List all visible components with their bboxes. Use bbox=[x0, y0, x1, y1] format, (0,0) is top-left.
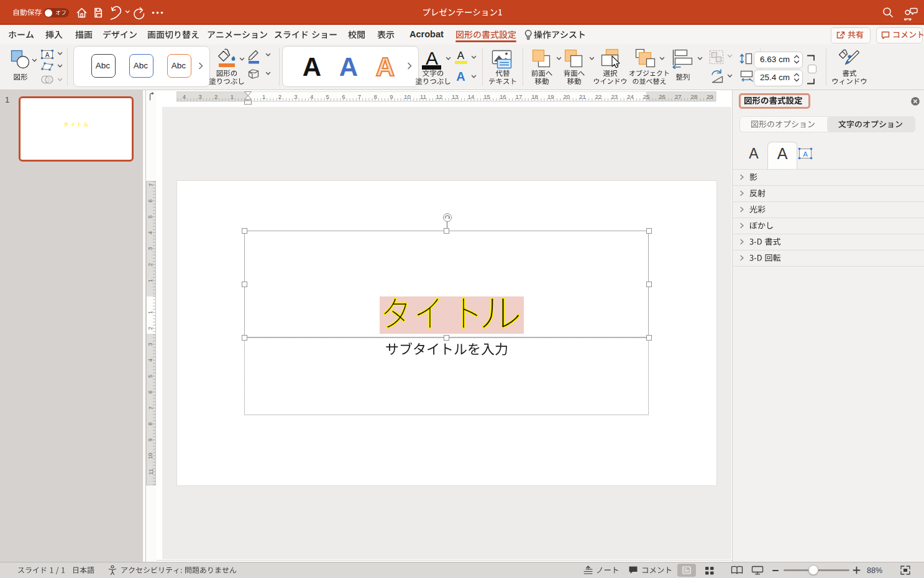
svg-text:7: 7 bbox=[148, 406, 154, 410]
svg-text:8: 8 bbox=[373, 93, 377, 100]
svg-text:24: 24 bbox=[627, 93, 634, 100]
svg-text:A: A bbox=[803, 150, 808, 158]
svg-text:3: 3 bbox=[148, 342, 154, 346]
svg-text:22: 22 bbox=[595, 93, 602, 100]
svg-text:23: 23 bbox=[611, 93, 618, 100]
svg-text:8: 8 bbox=[148, 423, 154, 426]
svg-text:3: 3 bbox=[148, 247, 154, 250]
svg-text:1: 1 bbox=[262, 93, 265, 100]
svg-text:6: 6 bbox=[148, 390, 154, 393]
svg-text:26: 26 bbox=[659, 93, 666, 100]
svg-text:13: 13 bbox=[452, 93, 459, 100]
svg-text:6: 6 bbox=[148, 200, 154, 203]
svg-text:14: 14 bbox=[468, 93, 475, 100]
svg-text:29: 29 bbox=[707, 93, 713, 100]
svg-text:4: 4 bbox=[148, 359, 154, 362]
svg-text:12: 12 bbox=[436, 93, 442, 100]
svg-text:1: 1 bbox=[148, 311, 154, 314]
svg-text:10: 10 bbox=[404, 93, 411, 100]
svg-text:5: 5 bbox=[326, 93, 329, 100]
svg-text:7: 7 bbox=[148, 183, 154, 186]
svg-text:1: 1 bbox=[148, 279, 154, 282]
svg-text:3: 3 bbox=[294, 93, 297, 100]
svg-text:17: 17 bbox=[516, 93, 523, 100]
svg-text:16: 16 bbox=[500, 93, 506, 100]
svg-text:20: 20 bbox=[564, 93, 570, 100]
svg-text:27: 27 bbox=[675, 93, 682, 100]
svg-text:4: 4 bbox=[183, 93, 186, 100]
svg-text:19: 19 bbox=[547, 93, 554, 100]
svg-text:15: 15 bbox=[483, 93, 490, 100]
svg-text:2: 2 bbox=[148, 327, 154, 330]
svg-text:11: 11 bbox=[148, 469, 154, 474]
svg-text:21: 21 bbox=[579, 93, 586, 100]
svg-text:2: 2 bbox=[278, 93, 281, 100]
svg-text:2: 2 bbox=[148, 263, 154, 266]
svg-text:5: 5 bbox=[148, 375, 154, 378]
svg-text:9: 9 bbox=[148, 438, 154, 441]
svg-text:5: 5 bbox=[148, 215, 154, 218]
svg-text:A: A bbox=[45, 52, 50, 58]
svg-text:28: 28 bbox=[691, 93, 698, 100]
svg-text:4: 4 bbox=[310, 93, 313, 100]
svg-text:18: 18 bbox=[531, 93, 538, 100]
svg-text:7: 7 bbox=[358, 93, 361, 100]
svg-text:10: 10 bbox=[148, 452, 154, 459]
svg-text:6: 6 bbox=[342, 93, 345, 100]
svg-text:4: 4 bbox=[148, 231, 154, 234]
svg-text:2: 2 bbox=[214, 93, 217, 100]
svg-text:25: 25 bbox=[643, 93, 650, 100]
svg-text:9: 9 bbox=[390, 93, 393, 100]
svg-text:11: 11 bbox=[420, 93, 426, 100]
svg-text:1: 1 bbox=[231, 93, 234, 100]
svg-text:3: 3 bbox=[198, 93, 201, 100]
